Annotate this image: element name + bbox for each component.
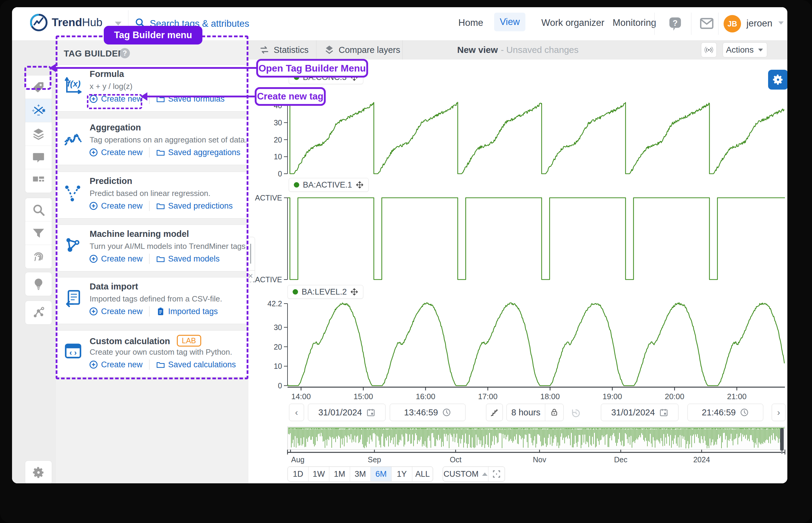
clock-icon <box>740 408 749 417</box>
ml-model-create-new-link[interactable]: Create new <box>89 254 143 264</box>
zoom-range-1y[interactable]: 1Y <box>392 467 412 481</box>
overview-scroll-handle[interactable] <box>780 428 784 451</box>
nav-work-organizer[interactable]: Work organizer <box>541 17 604 28</box>
avatar[interactable]: JB <box>724 15 741 33</box>
section-description: Predict based on linear regression. <box>90 189 211 198</box>
end-time-field[interactable]: 21:46:59 <box>688 404 763 421</box>
duration-field[interactable]: 8 hours <box>507 404 545 421</box>
svg-text:Sep: Sep <box>368 455 381 464</box>
trendhub-logo-icon[interactable] <box>30 14 48 31</box>
history-button[interactable] <box>568 404 584 422</box>
svg-text:Aug: Aug <box>291 455 304 464</box>
tag-builder-panel: TAG BUILDER ? f(x)Formulax + y / log(z)C… <box>56 40 248 483</box>
zoom-range-all[interactable]: ALL <box>412 467 433 481</box>
sidebar-item-tag[interactable] <box>25 75 52 99</box>
custom-range-button[interactable]: CUSTOM <box>443 467 489 481</box>
panel-section-custom-calculation: ‹ ›Custom calculationLABCreate your own … <box>56 330 248 377</box>
section-title: Custom calculationLAB <box>90 335 201 346</box>
prediction-create-new-link[interactable]: Create new <box>89 201 143 211</box>
chart-toolbar: Statistics Compare layers New view - Uns… <box>248 40 787 59</box>
folder-icon <box>156 148 165 157</box>
sidebar-item-comment[interactable] <box>25 146 52 169</box>
prediction-saved-link[interactable]: Saved predictions <box>156 201 233 211</box>
sidebar-item-layers[interactable] <box>25 122 52 146</box>
panel-section-formula: f(x)Formulax + y / log(z)Create newSaved… <box>56 65 248 111</box>
sidebar-item-search[interactable] <box>25 198 52 221</box>
zoom-range-6m[interactable]: 6M <box>371 467 392 481</box>
section-title: Machine learning model <box>90 229 189 239</box>
svg-text:✱: ✱ <box>42 108 45 113</box>
start-date-field[interactable]: 31/01/2024 <box>308 404 386 421</box>
svg-text:+: + <box>37 104 40 108</box>
aggregation-saved-link[interactable]: Saved aggregations <box>156 148 240 157</box>
formula-create-new-link[interactable]: Create new <box>89 94 143 104</box>
ml-model-saved-link[interactable]: Saved models <box>156 254 219 264</box>
sidebar-item-node-graph[interactable] <box>25 301 52 324</box>
zoom-range-1w[interactable]: 1W <box>308 467 329 481</box>
start-time-field[interactable]: 13:46:59 <box>390 404 465 421</box>
custom-calculation-saved-link[interactable]: Saved calculations <box>156 360 236 369</box>
series-color-dot <box>293 289 298 294</box>
panel-collapse-icon[interactable]: ✕ <box>246 271 255 282</box>
sidebar-item-dashboard[interactable] <box>25 169 52 193</box>
svg-text:16:00: 16:00 <box>416 392 435 401</box>
svg-text:30: 30 <box>274 119 282 127</box>
compare-layers-button[interactable]: Compare layers <box>324 40 400 59</box>
nav-view[interactable]: View <box>494 13 525 31</box>
zoom-range-1d[interactable]: 1D <box>288 467 308 481</box>
svg-text:−: − <box>37 112 40 117</box>
sidebar-item-fingerprint[interactable] <box>25 245 52 268</box>
focus-range-button[interactable] <box>489 467 505 481</box>
gear-icon <box>772 74 784 86</box>
panel-resize-handle[interactable]: ✕ <box>246 237 255 282</box>
section-title: Aggregation <box>90 123 141 132</box>
actions-button[interactable]: Actions <box>723 42 767 57</box>
aggregation-create-new-link[interactable]: Create new <box>89 148 143 157</box>
logo-chevron-down-icon[interactable] <box>115 22 122 25</box>
user-chevron-down-icon[interactable] <box>778 21 784 24</box>
nav-home[interactable]: Home <box>458 17 483 28</box>
rail-group: +−÷✱ <box>25 75 52 193</box>
data-import-saved-link[interactable]: Imported tags <box>156 307 218 316</box>
overview-scroll-stub <box>781 450 782 454</box>
svg-text:19:00: 19:00 <box>602 392 622 401</box>
statistics-button[interactable]: Statistics <box>259 40 308 59</box>
pan-right-button[interactable]: › <box>772 404 785 421</box>
panel-title: TAG BUILDER <box>64 49 124 59</box>
series-color-dot <box>294 182 299 187</box>
sidebar-item-filter[interactable] <box>25 221 52 245</box>
panel-drag-handle[interactable] <box>246 237 255 271</box>
mail-icon[interactable] <box>700 17 714 30</box>
user-name[interactable]: jeroen <box>746 18 772 29</box>
lock-duration-button[interactable] <box>545 404 563 421</box>
tag-chip-level[interactable]: BA:LEVEL.2 <box>287 285 363 299</box>
code-icon: ‹ › <box>64 341 83 362</box>
resolution-button[interactable] <box>486 404 503 421</box>
zoom-range-bar: 1D1W1M3M6M1YALL CUSTOM <box>287 467 505 482</box>
lock-icon <box>550 408 559 417</box>
pan-left-button[interactable]: ‹ <box>289 404 304 421</box>
help-icon[interactable]: ? <box>668 16 682 31</box>
end-date-field[interactable]: 31/01/2024 <box>601 404 678 421</box>
custom-calculation-create-new-link[interactable]: Create new <box>89 360 143 369</box>
chart-settings-button[interactable] <box>768 70 787 90</box>
comment-icon <box>32 151 45 164</box>
gear-icon <box>32 466 45 479</box>
rail-group <box>25 461 52 483</box>
layers-diamond-icon <box>324 45 334 55</box>
nav-monitoring[interactable]: Monitoring <box>613 17 656 28</box>
zoom-range-3m[interactable]: 3M <box>350 467 371 481</box>
tag-chip-active[interactable]: BA:ACTIVE.1 <box>289 178 369 192</box>
fx-icon: f(x) <box>64 75 83 96</box>
move-icon[interactable] <box>356 181 364 189</box>
zoom-range-1m[interactable]: 1M <box>329 467 350 481</box>
broadcast-button[interactable] <box>701 42 717 57</box>
panel-help-icon[interactable]: ? <box>120 48 130 58</box>
sidebar-item-tag-builder[interactable]: +−÷✱ <box>25 99 52 122</box>
sidebar-item-lightbulb[interactable] <box>25 272 52 296</box>
sidebar-item-settings[interactable] <box>25 461 52 483</box>
data-import-create-new-link[interactable]: Create new <box>89 307 143 316</box>
move-icon[interactable] <box>350 288 358 296</box>
svg-text:0: 0 <box>278 169 282 178</box>
history-icon <box>571 408 581 418</box>
